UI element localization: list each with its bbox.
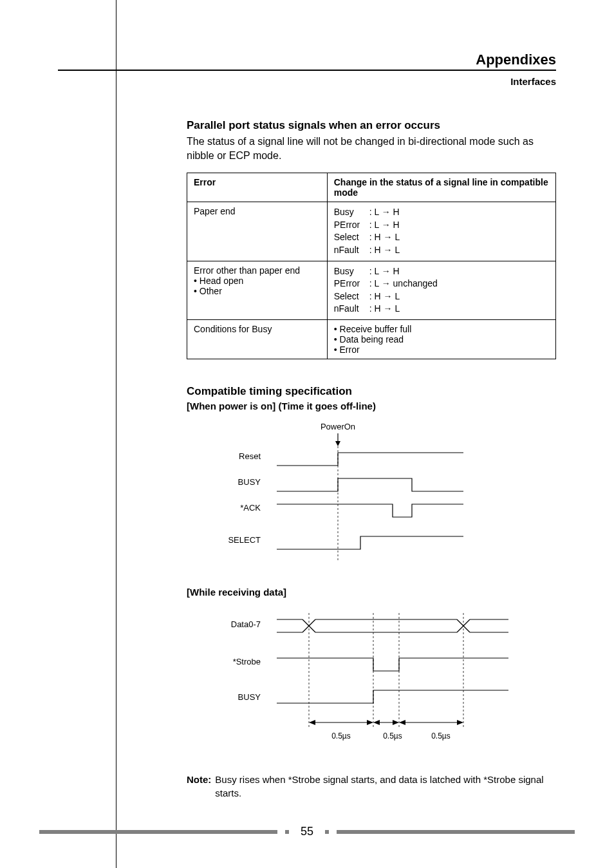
svg-marker-22 — [393, 720, 399, 725]
page-footer: 55 — [0, 825, 614, 838]
note-block: Note: Busy rises when *Strobe signal sta… — [187, 773, 556, 800]
cond-line: • Error — [334, 344, 549, 355]
status-table: Error Change in the status of a signal l… — [187, 173, 556, 359]
header-rule — [58, 70, 556, 71]
sig-change: : H → L — [369, 232, 400, 242]
sig-name: PError — [334, 219, 369, 232]
table-header-change: Change in the status of a signal line in… — [327, 173, 555, 202]
svg-marker-24 — [399, 720, 405, 725]
page-number: 55 — [297, 825, 317, 838]
sig-change: : H → L — [369, 245, 400, 255]
sig-name: Select — [334, 231, 369, 244]
footer-bar-left — [39, 830, 277, 834]
sig-change: : L → H — [369, 220, 400, 230]
poweron-label: PowerOn — [321, 422, 355, 431]
table-row: Conditions for Busy • Receive buffer ful… — [187, 319, 556, 359]
data-label: Data0-7 — [231, 619, 261, 629]
table-row: Paper end Busy: L → H PError: L → H Sele… — [187, 202, 556, 261]
svg-marker-21 — [373, 720, 380, 725]
ack-label: *ACK — [240, 503, 261, 513]
cell-error: Paper end — [187, 202, 328, 261]
section-title-2: Compatible timing specification — [187, 385, 556, 398]
running-head: Appendixes — [58, 52, 556, 68]
footer-tick-left — [285, 830, 289, 834]
reset-label: Reset — [239, 451, 261, 461]
err-line: • Head open — [194, 276, 321, 286]
cell-error: Error other than paper end • Head open •… — [187, 261, 328, 319]
timing-diagram-poweron: PowerOn Reset BUSY *ACK SELECT — [187, 420, 556, 571]
err-line: • Other — [194, 286, 321, 296]
cell-error: Conditions for Busy — [187, 319, 328, 359]
sig-name: nFault — [334, 303, 369, 316]
note-text: Busy rises when *Strobe signal starts, a… — [215, 773, 556, 800]
sig-name: Busy — [334, 206, 369, 219]
err-line: Error other than paper end — [194, 265, 321, 276]
table-header-row: Error Change in the status of a signal l… — [187, 173, 556, 202]
sig-name: PError — [334, 278, 369, 290]
section-title-1: Parallel port status signals when an err… — [187, 119, 556, 132]
sig-change: : L → H — [369, 207, 400, 217]
running-subhead: Interfaces — [58, 76, 556, 87]
cond-line: • Data being read — [334, 334, 549, 344]
cell-change: Busy: L → H PError: L → unchanged Select… — [327, 261, 555, 319]
sig-change: : L → unchanged — [369, 278, 438, 288]
cell-change: • Receive buffer full • Data being read … — [327, 319, 555, 359]
cell-change: Busy: L → H PError: L → H Select: H → L … — [327, 202, 555, 261]
select-label: SELECT — [228, 535, 261, 545]
footer-tick-right — [325, 830, 329, 834]
sig-name: nFault — [334, 244, 369, 257]
left-margin-rule — [116, 0, 116, 868]
section-sub-2: [While receiving data] — [187, 587, 556, 598]
sig-name: Busy — [334, 265, 369, 278]
svg-marker-18 — [309, 720, 315, 725]
busy2-label: BUSY — [238, 692, 261, 702]
svg-marker-19 — [367, 720, 373, 725]
sig-change: : H → L — [369, 291, 400, 301]
section-body-1: The status of a signal line will not be … — [187, 135, 556, 162]
time1-label: 0.5µs — [331, 731, 351, 741]
time2-label: 0.5µs — [383, 731, 402, 741]
sig-change: : H → L — [369, 303, 400, 314]
sig-change: : L → H — [369, 266, 400, 276]
busy-label: BUSY — [238, 477, 261, 487]
table-row: Error other than paper end • Head open •… — [187, 261, 556, 319]
note-label: Note: — [187, 773, 211, 800]
section-sub-1: [When power is on] (Time it goes off-lin… — [187, 401, 556, 411]
strobe-label: *Strobe — [233, 657, 261, 666]
table-header-error: Error — [187, 173, 328, 202]
sig-name: Select — [334, 290, 369, 303]
footer-bar-right — [337, 830, 575, 834]
time3-label: 0.5µs — [431, 731, 451, 741]
cond-line: • Receive buffer full — [334, 324, 549, 334]
svg-marker-1 — [335, 441, 340, 446]
svg-marker-25 — [457, 720, 463, 725]
timing-diagram-data: Data0-7 *Strobe BUSY — [187, 607, 556, 757]
